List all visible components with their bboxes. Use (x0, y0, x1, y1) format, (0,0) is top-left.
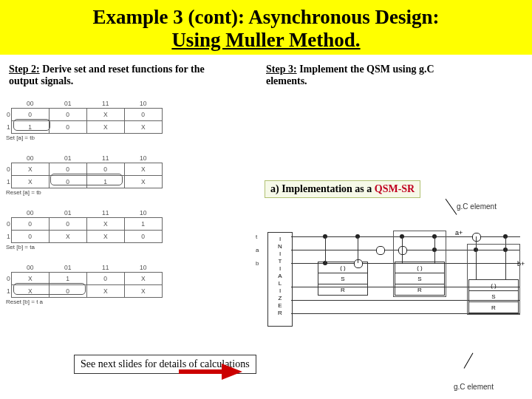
gc-element-label-bottom: g.C element (454, 383, 494, 391)
slide: Example 3 (cont): Asynchronous Design: U… (0, 0, 532, 399)
kc: X (124, 285, 162, 298)
kcap: Set [b] = ta (6, 244, 163, 250)
init-letter: I (279, 236, 281, 242)
kc: 1 (124, 218, 162, 231)
node-circle (354, 259, 363, 268)
leader-line (446, 199, 457, 215)
title-line1: Example 3 (cont): Asynchronous Design: (92, 6, 439, 28)
kh: 01 (49, 263, 86, 273)
kc: X (124, 176, 162, 188)
kmap-set-a: 00011110 000X0 110XX Set [a] = tb (6, 99, 163, 141)
kh: 11 (86, 99, 124, 109)
kc: X (124, 121, 162, 134)
kc: X (11, 163, 49, 176)
kh: 00 (11, 263, 49, 273)
step2-label: Step 2: (9, 64, 40, 75)
kcap: Reset [b] = t a (6, 299, 163, 305)
kr: 1 (6, 285, 11, 298)
kc: 0 (124, 109, 162, 121)
kh: 00 (11, 99, 49, 109)
signal-t: t (256, 233, 257, 240)
kc: 0 (86, 163, 124, 176)
kc: X (11, 285, 49, 298)
kr: 1 (6, 231, 11, 243)
circuit-diagram: t a b INITIALIZER ( ) S R ( ) S R ( ) S … (254, 222, 526, 347)
kh: 10 (124, 263, 162, 273)
kmap-reset-b: 00011110 0X10X 1X0XX Reset [b] = t a (6, 263, 163, 305)
kc: 0 (49, 218, 86, 231)
kcap: Reset [a] = tb (6, 189, 163, 196)
impl-prefix: a) Implementation as a (270, 183, 375, 194)
kcap: Set [a] = tb (6, 134, 163, 141)
implementation-label: a) Implementation as a QSM-SR (265, 180, 420, 198)
kh: 00 (11, 154, 49, 163)
kc: 0 (49, 109, 86, 121)
kc: 0 (49, 285, 86, 298)
node-circle (472, 233, 481, 242)
arrow-icon (177, 361, 244, 383)
signal-a: a (256, 247, 259, 253)
kr: 0 (6, 218, 11, 231)
signal-b: b (256, 260, 259, 267)
svg-marker-1 (222, 364, 242, 380)
gc-outline-b (467, 244, 520, 315)
kh: 10 (124, 154, 162, 163)
block-row: S (318, 273, 367, 284)
kc: 0 (124, 231, 162, 243)
kc: X (86, 121, 124, 134)
gc-element-label-top: g.C element (457, 202, 497, 211)
kh: 00 (11, 208, 49, 218)
wire (325, 236, 326, 263)
kc: X (86, 109, 124, 121)
kc: 1 (49, 273, 86, 285)
step2-text: Step 2: Derive set and reset functions f… (9, 64, 223, 87)
kh: 11 (86, 154, 124, 163)
kh: 11 (86, 263, 124, 273)
kr: 0 (6, 109, 11, 121)
kc: X (86, 231, 124, 243)
kc: 0 (11, 231, 49, 243)
kh: 01 (49, 154, 86, 163)
kc: X (86, 218, 124, 231)
block-row: R (318, 284, 367, 295)
kc: X (124, 273, 162, 285)
kc: X (11, 176, 49, 188)
gc-outline-a (393, 231, 446, 297)
kc: 1 (86, 176, 124, 188)
kc: 0 (11, 109, 49, 121)
kc: X (124, 163, 162, 176)
leader-line (464, 352, 474, 368)
kc: 0 (11, 218, 49, 231)
kc: X (11, 273, 49, 285)
kh: 01 (49, 208, 86, 218)
title-line2: Using Muller Method. (171, 29, 360, 51)
impl-red: QSM-SR (375, 183, 415, 194)
aplus-label: a+ (455, 229, 463, 236)
kr: 1 (6, 176, 11, 188)
kc: 0 (49, 163, 86, 176)
kr: 0 (6, 273, 11, 285)
kmap-set-b: 00011110 000X1 10XX0 Set [b] = ta (6, 208, 163, 250)
kc: X (49, 231, 86, 243)
kc: X (86, 285, 124, 298)
initializer-box: INITIALIZER (267, 232, 293, 327)
node-circle (376, 246, 385, 255)
step3-text: Step 3: Implement the QSM using g.C elem… (266, 64, 473, 87)
kc: 0 (49, 176, 86, 188)
kc: 0 (49, 121, 86, 134)
kh: 01 (49, 99, 86, 109)
kc: 0 (86, 273, 124, 285)
kr: 0 (6, 163, 11, 176)
title-band: Example 3 (cont): Asynchronous Design: U… (0, 0, 532, 55)
kh: 10 (124, 208, 162, 218)
kmap-reset-a: 00011110 0X00X 1X01X Reset [a] = tb (6, 154, 163, 196)
slide-title: Example 3 (cont): Asynchronous Design: U… (15, 6, 517, 52)
kr: 1 (6, 121, 11, 134)
kh: 10 (124, 99, 162, 109)
kh: 11 (86, 208, 124, 218)
kc: 1 (11, 121, 49, 134)
step3-label: Step 3: (266, 64, 297, 75)
wire (358, 236, 358, 263)
